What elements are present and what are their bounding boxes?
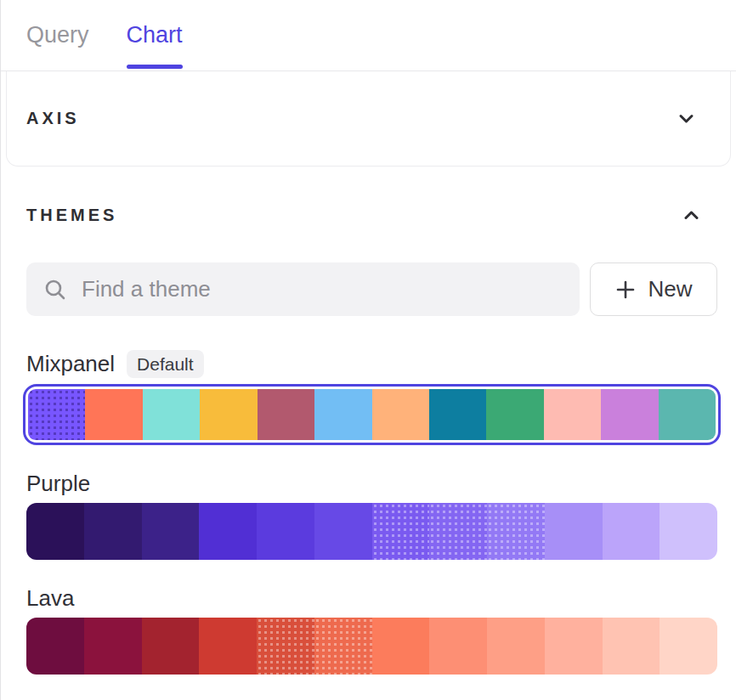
theme-swatch [486,389,543,440]
tab-query[interactable]: Query [26,0,89,71]
active-tab-underline [127,65,183,69]
theme-swatch [372,389,429,440]
chevron-up-icon[interactable] [680,204,703,227]
theme-swatch [603,503,660,560]
theme-swatch [659,389,716,440]
theme-swatch-row[interactable] [26,618,717,675]
plus-icon [614,279,637,301]
theme-list: MixpanelDefaultPurpleLavaMist [26,350,717,700]
theme-swatch [545,503,603,560]
theme-swatch [142,503,200,560]
theme-name: Mixpanel [26,351,115,377]
tab-bar: Query Chart [1,0,736,71]
theme-swatch [26,503,84,560]
axis-section-header[interactable]: AXIS [6,71,731,167]
theme-swatch [487,618,545,675]
theme-swatch [28,389,85,440]
theme-swatch [314,389,371,440]
theme-swatch [429,389,486,440]
theme-swatch [660,618,717,675]
theme-label-row: Purple [26,471,717,497]
themes-section-title: THEMES [26,206,117,225]
theme-swatch [429,618,487,675]
new-theme-button[interactable]: New [590,262,717,316]
tab-chart[interactable]: Chart [127,0,183,71]
theme-swatch [143,389,200,440]
themes-section-header[interactable]: THEMES [26,204,717,227]
theme-swatch-row[interactable] [26,503,717,560]
theme-swatch [314,503,372,560]
theme-swatch [257,618,314,675]
theme-swatch [603,618,660,675]
theme-swatch [85,389,142,440]
tab-chart-label: Chart [127,22,183,48]
theme-item: Purple [26,471,717,560]
theme-swatch [314,618,372,675]
theme-label-row: Lava [26,585,717,612]
theme-swatch [372,503,430,560]
theme-name: Lava [26,585,74,612]
new-theme-button-label: New [648,276,692,302]
theme-item: Lava [26,585,717,675]
theme-swatch [258,389,314,440]
search-icon [43,278,67,302]
theme-swatch [601,389,658,440]
theme-swatch [142,618,200,675]
axis-section-title: AXIS [26,109,80,128]
chart-settings-panel: Query Chart AXIS THEMES [1,0,736,700]
theme-swatch [84,618,142,675]
theme-default-badge: Default [127,350,204,378]
theme-swatch [26,618,84,675]
theme-item: MixpanelDefault [26,350,717,445]
theme-swatch [200,389,257,440]
themes-toolbar: New [26,262,717,316]
theme-swatch [199,618,257,675]
theme-search-input[interactable] [80,275,563,303]
theme-swatch [544,389,601,440]
theme-swatch [487,503,545,560]
theme-swatch [199,503,257,560]
theme-search-box[interactable] [26,262,580,316]
theme-swatch [257,503,314,560]
theme-swatch [429,503,487,560]
theme-swatch-row[interactable] [28,389,716,440]
theme-name: Purple [26,471,90,497]
theme-swatch [545,618,603,675]
chevron-down-icon[interactable] [675,107,698,130]
theme-swatch [660,503,717,560]
theme-swatch [372,618,430,675]
themes-section: THEMES New MixpanelDefaultPurpl [1,173,736,700]
theme-label-row: MixpanelDefault [26,350,717,378]
selected-theme-ring[interactable] [23,384,721,445]
theme-swatch [84,503,142,560]
